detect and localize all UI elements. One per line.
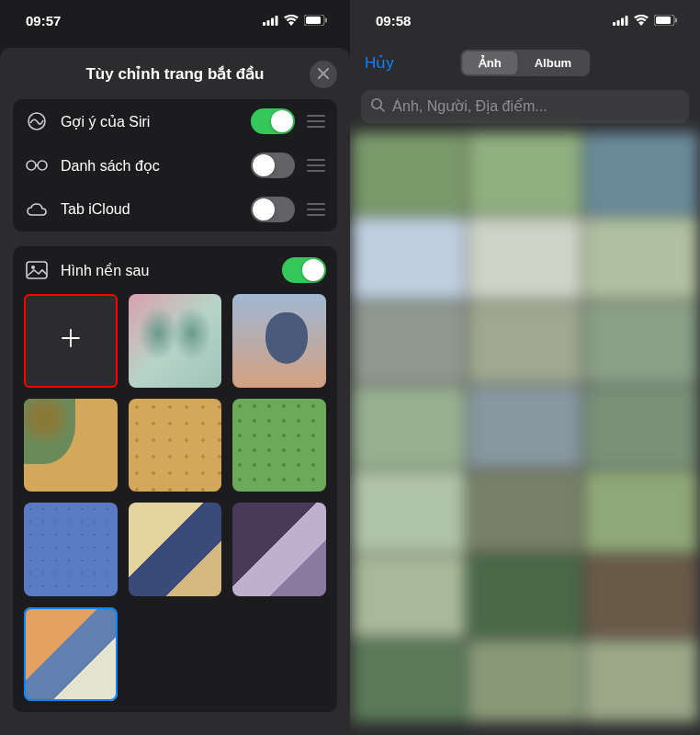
settings-list: Gợi ý của Siri Danh sách đọc Tab iCloud (13, 99, 337, 232)
photo-thumbnail[interactable] (352, 132, 466, 215)
photo-thumbnail[interactable] (468, 555, 581, 638)
picture-icon (24, 261, 50, 279)
close-icon (318, 65, 329, 84)
signal-icon (613, 13, 628, 28)
toggle-wallpaper[interactable] (282, 257, 326, 283)
wallpaper-option-parrot[interactable] (24, 399, 118, 492)
drag-handle-icon[interactable] (306, 115, 326, 128)
wallpaper-option-bear[interactable] (232, 294, 326, 388)
wallpaper-label: Hình nền sau (61, 262, 271, 279)
svg-rect-15 (626, 16, 628, 26)
svg-rect-18 (675, 17, 677, 22)
setting-label: Tab iCloud (61, 201, 240, 218)
photo-grid[interactable] (350, 132, 700, 722)
wallpaper-option-dots-orange[interactable] (129, 399, 222, 492)
wallpaper-option-geo-1[interactable] (129, 503, 222, 596)
status-indicators (613, 13, 678, 28)
svg-rect-3 (276, 16, 278, 26)
photo-thumbnail[interactable] (352, 470, 466, 553)
search-icon (370, 97, 385, 116)
drag-handle-icon[interactable] (306, 203, 326, 216)
photo-thumbnail[interactable] (468, 132, 581, 215)
cloud-icon (24, 202, 50, 217)
wallpaper-option-geo-2[interactable] (232, 503, 326, 596)
photo-thumbnail[interactable] (468, 217, 581, 300)
svg-rect-13 (617, 20, 620, 26)
setting-label: Danh sách đọc (61, 157, 240, 175)
photo-thumbnail[interactable] (584, 470, 698, 553)
setting-icloud-tabs: Tab iCloud (13, 187, 337, 232)
photo-thumbnail[interactable] (584, 555, 698, 638)
screen-customize-startpage: 09:57 Tùy chỉnh trang bắt đầu Gợi ý của … (0, 0, 350, 735)
status-bar: 09:57 (0, 0, 350, 40)
photo-thumbnail[interactable] (352, 639, 466, 722)
setting-label: Gợi ý của Siri (61, 113, 240, 130)
svg-rect-1 (267, 20, 270, 26)
svg-rect-2 (271, 17, 274, 26)
svg-rect-10 (27, 262, 47, 278)
photo-thumbnail[interactable] (468, 301, 581, 384)
siri-icon (24, 111, 50, 131)
plus-icon (60, 326, 82, 356)
svg-point-11 (31, 266, 35, 269)
wifi-icon (284, 13, 299, 28)
photo-thumbnail[interactable] (584, 301, 698, 384)
wallpaper-header: Hình nền sau (24, 257, 326, 294)
setting-reading-list: Danh sách đọc (13, 143, 337, 187)
wallpaper-add-button[interactable] (24, 294, 118, 388)
signal-icon (263, 13, 278, 28)
svg-rect-17 (656, 17, 671, 24)
toggle-reading-list[interactable] (251, 153, 295, 178)
photo-thumbnail[interactable] (352, 386, 466, 469)
screen-photo-picker: 09:58 Hủy Ảnh Album (350, 0, 700, 735)
battery-icon (654, 13, 678, 28)
status-indicators (263, 13, 328, 28)
wallpaper-section: Hình nền sau (13, 246, 337, 712)
wallpaper-option-butterfly[interactable] (129, 294, 222, 388)
photo-thumbnail[interactable] (352, 217, 466, 300)
picker-header: Hủy Ảnh Album (350, 40, 700, 85)
segment-photos[interactable]: Ảnh (462, 51, 518, 74)
setting-siri-suggestions: Gợi ý của Siri (13, 99, 337, 143)
photo-thumbnail[interactable] (584, 217, 698, 300)
photo-thumbnail[interactable] (352, 301, 466, 384)
svg-point-8 (27, 161, 36, 170)
photo-thumbnail[interactable] (584, 639, 698, 722)
wallpaper-option-dots-blue[interactable] (24, 503, 118, 596)
toggle-icloud-tabs[interactable] (251, 197, 295, 222)
wallpaper-option-dots-green[interactable] (232, 399, 326, 492)
modal-header: Tùy chỉnh trang bắt đầu (0, 48, 350, 99)
search-input[interactable] (392, 98, 680, 115)
wifi-icon (634, 13, 649, 28)
drag-handle-icon[interactable] (306, 159, 326, 172)
svg-rect-6 (325, 17, 327, 22)
photo-thumbnail[interactable] (352, 555, 466, 638)
photo-thumbnail[interactable] (468, 386, 581, 469)
status-time: 09:57 (26, 13, 61, 28)
search-bar[interactable] (361, 90, 689, 123)
close-button[interactable] (310, 61, 337, 88)
cancel-button[interactable]: Hủy (365, 53, 394, 73)
svg-rect-14 (621, 17, 624, 26)
modal-title: Tùy chỉnh trang bắt đầu (85, 64, 264, 84)
wallpaper-option-geo-3-selected[interactable] (24, 607, 118, 701)
svg-point-9 (38, 161, 47, 170)
svg-rect-0 (263, 22, 265, 26)
status-time: 09:58 (376, 13, 411, 28)
photo-thumbnail[interactable] (584, 386, 698, 469)
status-bar: 09:58 (350, 0, 700, 40)
photo-thumbnail[interactable] (468, 639, 581, 722)
toggle-siri[interactable] (251, 108, 295, 134)
wallpaper-grid (24, 294, 326, 701)
svg-rect-12 (613, 22, 615, 26)
battery-icon (304, 13, 328, 28)
segment-albums[interactable]: Album (518, 51, 588, 74)
svg-rect-5 (306, 17, 321, 24)
glasses-icon (24, 159, 50, 172)
customize-modal: Tùy chỉnh trang bắt đầu Gợi ý của Siri D… (0, 48, 350, 735)
photo-thumbnail[interactable] (468, 470, 581, 553)
segmented-control: Ảnh Album (460, 50, 590, 76)
photo-thumbnail[interactable] (584, 132, 698, 215)
